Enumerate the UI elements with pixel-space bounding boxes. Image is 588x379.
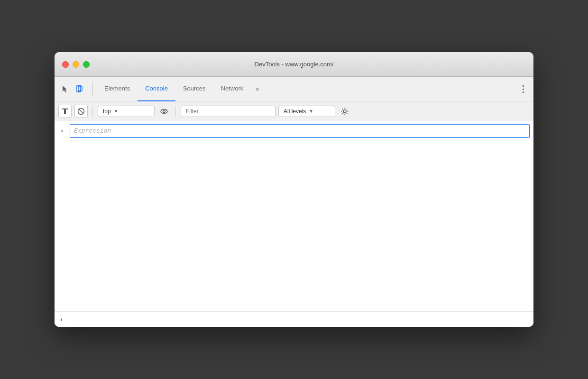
console-input-field[interactable] — [66, 316, 528, 323]
maximize-button[interactable] — [83, 61, 90, 68]
svg-point-2 — [78, 90, 79, 91]
close-expression-button[interactable]: × — [58, 127, 66, 135]
tab-more-button[interactable]: » — [251, 77, 264, 101]
tab-bar: Elements Console Sources Network » ⋮ — [55, 77, 533, 101]
live-expressions-button[interactable] — [157, 105, 171, 118]
block-icon — [77, 108, 85, 115]
svg-point-9 — [343, 110, 346, 113]
console-settings-button[interactable] — [338, 105, 351, 118]
clear-console-icon — [62, 108, 68, 115]
console-output-area — [55, 141, 533, 311]
clear-console-button[interactable] — [58, 105, 72, 118]
mobile-icon — [76, 85, 84, 93]
console-input-row: › — [55, 311, 533, 327]
svg-point-8 — [163, 110, 165, 112]
close-button[interactable] — [62, 61, 69, 68]
devtools-window: DevTools - www.google.com/ — [55, 52, 533, 327]
expression-input[interactable] — [70, 124, 530, 138]
svg-rect-4 — [62, 108, 68, 109]
devtools-menu-button[interactable]: ⋮ — [516, 82, 530, 96]
tab-elements[interactable]: Elements — [97, 77, 138, 101]
gear-icon — [340, 107, 349, 116]
levels-selector[interactable]: All levels ▼ — [278, 106, 335, 117]
context-selector[interactable]: top ▼ — [98, 106, 155, 117]
svg-rect-1 — [78, 86, 82, 91]
eye-icon — [160, 107, 168, 116]
traffic-lights — [62, 61, 90, 68]
tab-network[interactable]: Network — [213, 77, 251, 101]
toolbar-divider — [92, 106, 93, 117]
toolbar-divider-2 — [175, 106, 176, 117]
expression-row: × — [55, 121, 533, 141]
device-toolbar-button[interactable] — [74, 82, 87, 96]
tabs-container: Elements Console Sources Network » — [97, 77, 516, 101]
inspect-icon-button[interactable] — [58, 82, 72, 96]
title-bar: DevTools - www.google.com/ — [55, 52, 533, 77]
cursor-icon — [61, 85, 69, 93]
svg-line-6 — [79, 109, 83, 114]
console-toolbar: top ▼ All levels ▼ — [55, 101, 533, 121]
tab-console[interactable]: Console — [138, 77, 175, 101]
console-area: × › — [55, 121, 533, 327]
tab-sources[interactable]: Sources — [175, 77, 213, 101]
toolbar-icons — [58, 82, 93, 96]
window-title: DevTools - www.google.com/ — [255, 61, 334, 68]
block-icon-button[interactable] — [74, 105, 88, 118]
filter-input[interactable] — [181, 106, 276, 117]
minimize-button[interactable] — [73, 61, 79, 68]
console-prompt-chevron: › — [60, 316, 63, 323]
